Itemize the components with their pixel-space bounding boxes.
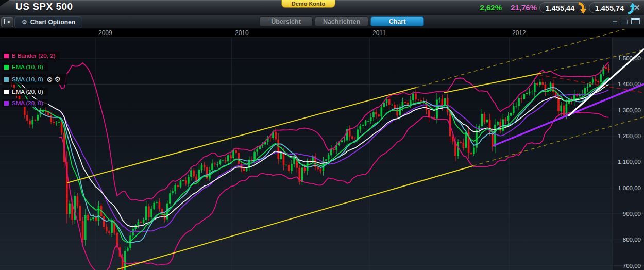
sma20-swatch [4,101,9,106]
chart-options-label: Chart Optionen [30,19,75,26]
bbands-label: B Bänder (20, 2) [12,53,55,59]
title-bar: US SPX 500 Demo Konto 2,62% 21,76% 1.455… [0,0,644,16]
change-percent-secondary: 21,76% [503,3,537,12]
chart-toolbar: ◄ ⚙Chart Optionen Übersicht Nachrichten … [0,15,644,29]
svg-text:1.100,00: 1.100,00 [618,159,641,165]
sell-price: 1.455,44 [546,4,574,12]
buy-price-button[interactable]: 1.455,74 [589,2,635,13]
legend-item-tools: ⊗⚙ [47,75,62,83]
svg-text:1.200,00: 1.200,00 [618,133,641,139]
tab-uebersicht[interactable]: Übersicht [259,16,313,26]
tab-nachrichten[interactable]: Nachrichten [315,16,368,26]
indicator-settings-gear-icon[interactable]: ⚙ [54,75,62,83]
view-tabs: Übersicht Nachrichten Chart [259,16,426,26]
layout-large-icon[interactable] [631,18,640,24]
sma20-label: SMA (20, 0) [12,100,43,106]
indicator-legend: B Bänder (20, 2) EMA (10, 0) SMA (10, 0)… [2,52,67,110]
remove-indicator-icon[interactable]: ⊗ [47,75,55,83]
svg-text:2009: 2009 [98,29,112,37]
close-icon[interactable]: ✕ [634,3,640,12]
svg-text:1.000,00: 1.000,00 [618,185,641,191]
svg-text:2010: 2010 [235,29,249,37]
chart-options-button[interactable]: ⚙Chart Optionen [14,16,82,28]
svg-text:800,00: 800,00 [623,237,641,243]
legend-item-ema20[interactable]: EMA (20, 0) [2,88,48,96]
svg-text:1.500,00: 1.500,00 [618,55,641,61]
collapse-panel-button[interactable]: ◄ [1,17,13,27]
instrument-title: US SPX 500 [15,1,73,12]
svg-text:700,00: 700,00 [623,263,641,269]
svg-text:1.300,00: 1.300,00 [618,107,641,113]
change-percent-positive: 2,62% [468,3,502,12]
window-layout-controls [609,18,640,24]
demo-account-badge[interactable]: Demo Konto [281,0,335,8]
trading-app-window: 20092010201120121.500,001.400,001.300,00… [0,0,644,270]
gear-icon: ⚙ [22,19,27,26]
collapse-bar-icon [4,19,5,24]
svg-text:2011: 2011 [372,29,386,37]
tab-chart[interactable]: Chart [370,16,424,26]
sell-price-button[interactable]: 1.455,44 [539,2,586,13]
legend-item-sma10[interactable]: SMA (10, 0) ⊗⚙ [2,74,67,85]
ema20-swatch [4,90,9,94]
svg-text:2012: 2012 [512,29,526,37]
bbands-swatch [4,54,9,58]
legend-item-sma20[interactable]: SMA (20, 0) [2,99,48,107]
corner-notch [0,0,9,6]
sma10-label: SMA (10, 0) [12,76,43,82]
sma10-swatch [4,77,9,82]
ema20-label: EMA (20, 0) [12,89,43,95]
collapse-arrow-icon: ◄ [6,19,11,24]
legend-item-bbands[interactable]: B Bänder (20, 2) [2,52,60,60]
svg-text:900,00: 900,00 [623,211,641,217]
price-down-arrow-icon [577,2,587,15]
ema10-swatch [4,65,9,70]
x-axis-year-labels: 2009201020112012 [95,29,526,270]
channel-lower-solid[interactable] [117,166,473,269]
sma10-line [32,78,608,243]
trendline-overlays[interactable] [67,24,644,269]
legend-item-ema10[interactable]: EMA (10, 0) [2,63,48,71]
layout-medium-icon[interactable] [621,20,628,24]
ema10-label: EMA (10, 0) [12,64,43,70]
buy-price: 1.455,74 [595,4,624,12]
chart-plot-area[interactable]: 20092010201120121.500,001.400,001.300,00… [0,0,644,270]
layout-small-icon[interactable] [613,21,617,24]
sma20-line [59,90,609,232]
